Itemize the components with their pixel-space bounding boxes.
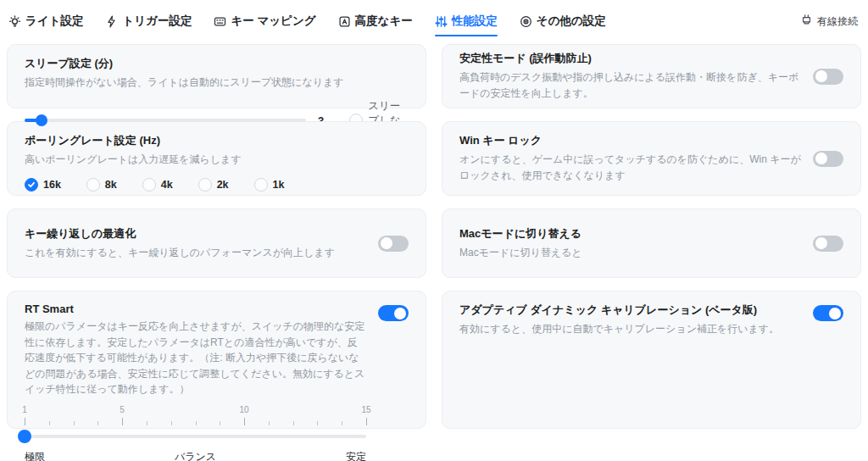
card-description: 有効にすると、使用中に自動でキャリブレーション補正を行います。 bbox=[459, 321, 801, 337]
top-nav: ライト設定 トリガー設定 キー マッピング 高度なキー bbox=[0, 0, 868, 39]
polling-option-1k[interactable]: 1k bbox=[254, 178, 285, 192]
card-adaptive-calibration: アダプティブ ダイナミック キャリブレーション (ベータ版) 有効にすると、使用… bbox=[442, 291, 861, 429]
card-key-repeat: キー繰り返しの最適化 これを有効にすると、キー繰り返しのパフォーマンスが向上しま… bbox=[7, 208, 426, 278]
tab-advanced-keys[interactable]: 高度なキー bbox=[338, 14, 413, 29]
polling-option-16k[interactable]: 16k bbox=[25, 178, 61, 192]
rt-smart-toggle[interactable] bbox=[378, 305, 409, 321]
card-win-key-lock: Win キー ロック オンにすると、ゲーム中に誤ってタッチするのを防ぐために、W… bbox=[442, 121, 861, 196]
card-rt-smart: RT Smart 極限のパラメータはキー反応を向上させますが、スイッチの物理的な… bbox=[7, 291, 426, 429]
card-description: これを有効にすると、キー繰り返しのパフォーマンスが向上します bbox=[25, 245, 366, 261]
radio-circle bbox=[25, 178, 38, 192]
card-description: 極限のパラメータはキー反応を向上させますが、スイッチの物理的な安定性に依存します… bbox=[25, 319, 366, 397]
toggle-knob bbox=[815, 70, 827, 82]
slider-track bbox=[25, 435, 366, 438]
polling-option-label: 8k bbox=[105, 179, 117, 191]
tab-key-mapping[interactable]: キー マッピング bbox=[214, 14, 315, 29]
polling-option-label: 4k bbox=[161, 179, 173, 191]
card-title: Win キー ロック bbox=[459, 133, 801, 148]
bulb-icon bbox=[8, 15, 21, 28]
rt-ruler-ticks: 151015 bbox=[25, 408, 366, 428]
tab-light-settings[interactable]: ライト設定 bbox=[8, 14, 83, 29]
sliders-icon bbox=[435, 15, 448, 28]
card-description: オンにすると、ゲーム中に誤ってタッチするのを防ぐために、Win キーがロックされ… bbox=[459, 152, 801, 183]
tab-label: キー マッピング bbox=[231, 14, 315, 29]
settings-grid: スリープ設定 (分) 指定時間操作がない場合、ライトは自動的にスリープ状態になり… bbox=[7, 44, 861, 429]
gear-icon bbox=[520, 15, 532, 28]
slider-handle[interactable] bbox=[36, 114, 47, 126]
toggle-knob bbox=[394, 308, 406, 319]
polling-option-label: 1k bbox=[273, 179, 285, 191]
card-title: アダプティブ ダイナミック キャリブレーション (ベータ版) bbox=[459, 303, 801, 318]
tab-label: トリガー設定 bbox=[122, 14, 192, 29]
polling-option-8k[interactable]: 8k bbox=[86, 178, 117, 192]
toggle-knob bbox=[829, 308, 841, 319]
tab-trigger-settings[interactable]: トリガー設定 bbox=[105, 14, 192, 29]
connection-status: 有線接続 bbox=[800, 14, 858, 29]
lightning-icon bbox=[105, 15, 118, 28]
tab-other-settings[interactable]: その他の設定 bbox=[520, 14, 606, 29]
rt-label-balance: バランス bbox=[138, 450, 252, 461]
card-description: 指定時間操作がない場合、ライトは自動的にスリープ状態になります bbox=[25, 75, 409, 91]
rt-smart-slider[interactable] bbox=[25, 430, 366, 443]
rt-scale-labels: 極限 バランス 安定 bbox=[25, 450, 366, 461]
card-stability-mode: 安定性モード (誤作動防止) 高負荷時のデスク振動や指の押し込みによる誤作動・断… bbox=[442, 44, 861, 108]
keycap-icon bbox=[338, 15, 351, 28]
key-repeat-toggle[interactable] bbox=[378, 236, 409, 252]
tab-label: その他の設定 bbox=[537, 14, 606, 29]
polling-option-2k[interactable]: 2k bbox=[198, 178, 229, 192]
tab-performance-settings[interactable]: 性能設定 bbox=[435, 14, 498, 29]
connection-label: 有線接続 bbox=[817, 14, 858, 29]
card-title: RT Smart bbox=[25, 303, 366, 315]
stability-mode-toggle[interactable] bbox=[813, 69, 843, 85]
polling-option-label: 2k bbox=[217, 179, 229, 191]
card-polling-rate: ポーリングレート設定 (Hz) 高いポーリングレートは入力遅延を減らします 16… bbox=[7, 121, 426, 196]
card-sleep-settings: スリープ設定 (分) 指定時間操作がない場合、ライトは自動的にスリープ状態になり… bbox=[7, 44, 426, 108]
toggle-knob bbox=[815, 153, 827, 164]
card-description: Macモードに切り替えると bbox=[459, 245, 801, 261]
card-description: 高いポーリングレートは入力遅延を減らします bbox=[25, 152, 409, 168]
mac-mode-toggle[interactable] bbox=[813, 236, 843, 252]
polling-option-4k[interactable]: 4k bbox=[142, 178, 173, 192]
polling-rate-options: 16k 8k 4k 2 bbox=[25, 178, 409, 192]
slider-track bbox=[25, 119, 306, 122]
radio-circle bbox=[142, 178, 156, 192]
card-title: 安定性モード (誤作動防止) bbox=[459, 51, 801, 66]
rt-label-stable: 安定 bbox=[253, 450, 366, 461]
card-description: 高負荷時のデスク振動や指の押し込みによる誤作動・断接を防ぎ、キーボードの安定性を… bbox=[459, 69, 801, 101]
polling-option-label: 16k bbox=[43, 179, 61, 191]
win-key-lock-toggle[interactable] bbox=[813, 151, 843, 167]
card-title: キー繰り返しの最適化 bbox=[25, 226, 366, 242]
usb-icon bbox=[800, 14, 813, 29]
card-title: ポーリングレート設定 (Hz) bbox=[25, 133, 409, 148]
card-mac-mode: Macモードに切り替える Macモードに切り替えると bbox=[442, 208, 861, 278]
keyboard-icon bbox=[214, 15, 226, 28]
radio-circle bbox=[198, 178, 212, 192]
tab-label: ライト設定 bbox=[25, 14, 83, 29]
tab-label: 性能設定 bbox=[452, 14, 498, 29]
slider-handle[interactable] bbox=[18, 430, 31, 443]
toggle-knob bbox=[815, 237, 827, 249]
toggle-knob bbox=[381, 237, 392, 249]
sleep-minutes-slider[interactable] bbox=[25, 114, 306, 126]
radio-circle bbox=[86, 178, 100, 192]
card-title: スリープ設定 (分) bbox=[25, 56, 409, 71]
rt-label-extreme: 極限 bbox=[25, 450, 138, 461]
radio-circle bbox=[254, 178, 268, 192]
adaptive-calibration-toggle[interactable] bbox=[813, 305, 843, 321]
card-title: Macモードに切り替える bbox=[459, 226, 801, 242]
tab-label: 高度なキー bbox=[355, 14, 413, 29]
